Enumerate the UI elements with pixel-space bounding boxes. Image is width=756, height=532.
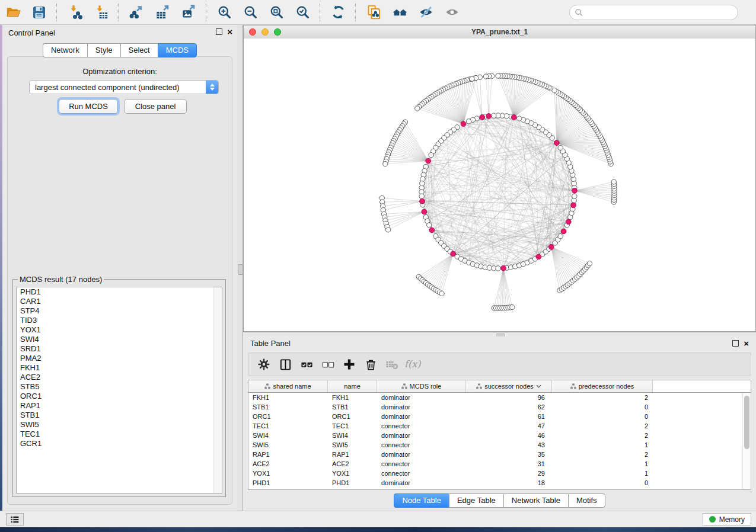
- select-all-button[interactable]: [296, 355, 317, 374]
- tab-network-table[interactable]: Network Table: [503, 493, 568, 508]
- open-folder-icon: [5, 4, 21, 20]
- table-row[interactable]: ORC1ORC1dominator610: [248, 412, 742, 421]
- table-row[interactable]: STB1STB1dominator620: [248, 402, 742, 412]
- delete-column-button[interactable]: [381, 355, 403, 374]
- deselect-all-button[interactable]: [317, 355, 339, 374]
- first-neighbors-icon: [392, 4, 408, 20]
- tab-style[interactable]: Style: [87, 43, 120, 57]
- mcds-list-scrollbar[interactable]: [213, 287, 222, 493]
- mcds-result-item[interactable]: STB5: [17, 382, 222, 392]
- mcds-result-item[interactable]: STB1: [17, 411, 222, 420]
- fx-icon: f(x): [403, 357, 423, 371]
- mcds-result-item[interactable]: CAR1: [17, 297, 222, 306]
- select-all-icon: [300, 358, 314, 371]
- table-row[interactable]: YOX1YOX1connector291: [248, 469, 742, 478]
- tab-edge-table[interactable]: Edge Table: [449, 493, 503, 508]
- table-row[interactable]: TEC1TEC1connector472: [248, 421, 742, 431]
- memory-button[interactable]: Memory: [703, 513, 751, 525]
- zoom-in-button[interactable]: [212, 2, 236, 23]
- refresh-view-button[interactable]: [326, 2, 350, 23]
- search-input[interactable]: [569, 5, 738, 20]
- open-session-button[interactable]: [1, 2, 25, 23]
- tab-network[interactable]: Network: [43, 43, 87, 57]
- column-header-mcds-role[interactable]: MCDS role: [377, 380, 466, 392]
- hide-selected-button[interactable]: [414, 2, 438, 23]
- network-canvas[interactable]: [244, 39, 755, 331]
- close-panel-icon[interactable]: ×: [227, 29, 232, 35]
- criterion-dropdown[interactable]: largest connected component (undirected): [29, 80, 219, 94]
- application-window: Control Panel × Network Style Select MCD…: [0, 0, 756, 532]
- table-toolbar: f(x): [248, 352, 751, 376]
- float-panel-icon[interactable]: [216, 28, 222, 35]
- splitter-handle[interactable]: [238, 264, 243, 275]
- export-table-button[interactable]: [151, 2, 174, 23]
- tab-mcds[interactable]: MCDS: [158, 43, 197, 57]
- mcds-result-item[interactable]: PHD1: [17, 287, 222, 297]
- delete-column-icon: [385, 357, 399, 371]
- mcds-result-item[interactable]: SWI5: [17, 420, 222, 430]
- first-neighbors-button[interactable]: [388, 2, 412, 23]
- show-columns-button[interactable]: [275, 355, 296, 374]
- scrollbar-thumb[interactable]: [744, 396, 749, 449]
- criterion-value: largest connected component (undirected): [30, 83, 206, 92]
- table-row[interactable]: PHD1PHD1dominator180: [248, 478, 742, 488]
- table-scrollbar[interactable]: [742, 393, 751, 490]
- mcds-result-item[interactable]: SRD1: [17, 344, 222, 354]
- show-all-button[interactable]: [440, 2, 464, 23]
- mcds-result-item[interactable]: FKH1: [17, 363, 222, 373]
- mcds-result-item[interactable]: PMA2: [17, 354, 222, 363]
- mcds-result-item[interactable]: STP4: [17, 306, 222, 316]
- zoom-selected-button[interactable]: [291, 2, 314, 23]
- table-row[interactable]: SWI5SWI5connector431: [248, 440, 742, 450]
- network-window-title: YPA_prune.txt_1: [244, 25, 755, 39]
- function-builder-button[interactable]: f(x): [403, 355, 424, 374]
- export-image-button[interactable]: [177, 2, 200, 23]
- save-session-button[interactable]: [27, 2, 51, 23]
- table-row[interactable]: RAP1RAP1dominator352: [248, 450, 742, 459]
- mcds-result-item[interactable]: ORC1: [17, 392, 222, 401]
- save-icon: [31, 5, 47, 20]
- mcds-result-item[interactable]: ACE2: [17, 373, 222, 382]
- float-panel-icon[interactable]: [732, 340, 739, 347]
- zoom-out-button[interactable]: [238, 2, 262, 23]
- close-panel-button[interactable]: Close panel: [124, 99, 187, 114]
- mcds-result-item[interactable]: TID3: [17, 316, 222, 325]
- tab-select[interactable]: Select: [120, 43, 158, 57]
- delete-rows-button[interactable]: [360, 355, 381, 374]
- column-header-predecessor-nodes[interactable]: predecessor nodes: [552, 380, 653, 392]
- trash-icon: [364, 358, 378, 371]
- column-header-shared-name[interactable]: shared name: [248, 380, 328, 392]
- hide-selected-eye-icon: [418, 4, 434, 20]
- mcds-result-item[interactable]: GCR1: [17, 439, 222, 448]
- import-table-button[interactable]: [89, 2, 113, 23]
- tab-node-table[interactable]: Node Table: [394, 493, 449, 508]
- mcds-tab-content: Optimization criterion: largest connecte…: [7, 56, 232, 505]
- mcds-result-item[interactable]: TEC1: [17, 430, 222, 439]
- table-row[interactable]: SWI4SWI4dominator462: [248, 431, 742, 440]
- duplicate-network-button[interactable]: [362, 2, 385, 23]
- table-panel: Table Panel × f(x) shared name name M: [243, 336, 756, 511]
- zoom-fit-button[interactable]: [264, 2, 288, 23]
- mcds-result-item[interactable]: RAP1: [17, 401, 222, 411]
- table-row[interactable]: FKH1FKH1dominator962: [248, 393, 742, 402]
- mcds-result-item[interactable]: SWI4: [17, 335, 222, 344]
- column-header-successor-nodes[interactable]: successor nodes: [466, 380, 552, 392]
- tab-motifs[interactable]: Motifs: [568, 493, 605, 508]
- mcds-result-item[interactable]: YOX1: [17, 325, 222, 335]
- run-mcds-button[interactable]: Run MCDS: [59, 99, 118, 114]
- table-settings-button[interactable]: [253, 355, 275, 374]
- task-history-button[interactable]: [6, 513, 24, 525]
- control-panel-titlebar: Control Panel ×: [2, 25, 237, 40]
- control-panel: Control Panel × Network Style Select MCD…: [2, 25, 237, 511]
- import-network-button[interactable]: [63, 2, 87, 23]
- export-network-button[interactable]: [125, 2, 148, 23]
- node-table: shared name name MCDS role successor nod…: [248, 380, 751, 490]
- column-header-name[interactable]: name: [328, 380, 377, 392]
- list-icon: [9, 514, 20, 525]
- export-network-icon: [129, 4, 145, 20]
- close-panel-icon[interactable]: ×: [744, 341, 749, 347]
- vertical-splitter[interactable]: [237, 25, 243, 511]
- table-row[interactable]: ACE2ACE2connector311: [248, 459, 742, 469]
- control-panel-tabs: Network Style Select MCDS: [2, 43, 237, 57]
- add-column-button[interactable]: [339, 355, 360, 374]
